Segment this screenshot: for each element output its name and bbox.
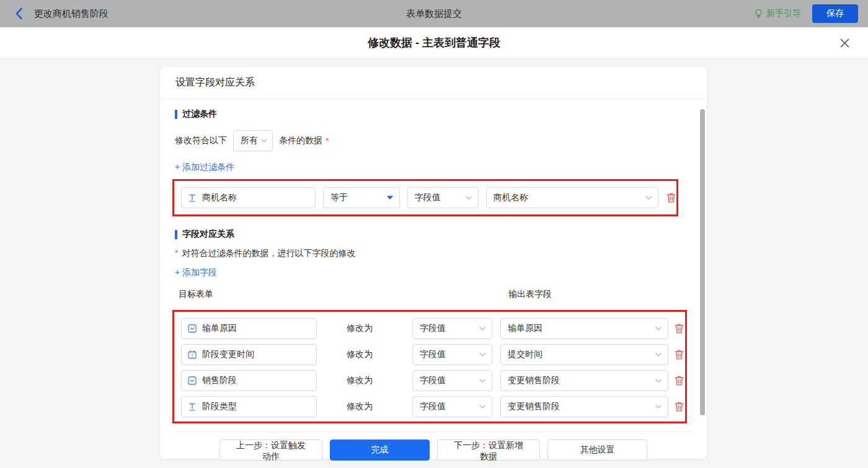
panel-title: 设置字段对应关系 bbox=[160, 67, 707, 99]
field-mapping-annotation-box: 输单原因 修改为 字段值 输单原因 bbox=[172, 310, 687, 423]
chevron-down-icon bbox=[479, 379, 485, 382]
output-field-value: 变更销售阶段 bbox=[508, 401, 560, 412]
modify-label: 修改为 bbox=[347, 401, 373, 412]
filter-value-type-value: 字段值 bbox=[415, 192, 441, 203]
filter-operator-value: 等于 bbox=[330, 192, 348, 203]
target-field-input[interactable]: 阶段类型 bbox=[181, 396, 317, 417]
output-field-value: 输单原因 bbox=[508, 323, 542, 334]
modify-label: 修改为 bbox=[347, 375, 373, 386]
mapping-section-label: 字段对应关系 bbox=[182, 229, 234, 240]
output-field-select[interactable]: 输单原因 bbox=[500, 318, 668, 339]
add-field-link[interactable]: + 添加字段 bbox=[175, 267, 217, 278]
filter-section-title: 过滤条件 bbox=[175, 108, 692, 120]
mapping-section-title: 字段对应关系 bbox=[175, 229, 692, 240]
value-type-select[interactable]: 字段值 bbox=[412, 396, 492, 417]
required-mark: * bbox=[326, 136, 329, 146]
chevron-down-icon bbox=[655, 353, 662, 356]
modify-label: 修改为 bbox=[347, 349, 373, 360]
close-icon bbox=[840, 38, 849, 48]
delete-row-button[interactable] bbox=[674, 401, 684, 412]
flow-title[interactable]: 更改商机销售阶段 bbox=[34, 8, 108, 20]
value-type-select[interactable]: 字段值 bbox=[412, 370, 492, 391]
filter-value-type-select[interactable]: 字段值 bbox=[407, 187, 479, 208]
filter-value-select[interactable]: 商机名称 bbox=[486, 187, 658, 208]
required-mark: * bbox=[175, 248, 178, 258]
chevron-down-icon bbox=[655, 405, 662, 408]
select-field-icon bbox=[188, 324, 197, 333]
output-field-select[interactable]: 变更销售阶段 bbox=[500, 396, 668, 417]
settings-panel: 设置字段对应关系 过滤条件 修改符合以下 所有 条件的数据 * bbox=[160, 67, 707, 459]
chevron-down-icon bbox=[479, 353, 485, 356]
chevron-down-icon bbox=[655, 327, 662, 330]
mapping-description: *对符合过滤条件的数据，进行以下字段的修改 bbox=[175, 248, 692, 259]
done-button[interactable]: 完成 bbox=[330, 439, 430, 461]
scrollbar-thumb[interactable] bbox=[700, 109, 705, 415]
text-field-icon bbox=[188, 193, 197, 203]
output-field-header: 输出表字段 bbox=[508, 289, 552, 300]
page-title: 表单数据提交 bbox=[0, 8, 868, 20]
target-field-input[interactable]: 输单原因 bbox=[181, 318, 317, 339]
filter-value: 商机名称 bbox=[494, 192, 528, 203]
chevron-down-icon bbox=[655, 379, 662, 382]
newbie-guide-label: 新手引导 bbox=[766, 8, 801, 19]
value-type-select[interactable]: 字段值 bbox=[412, 344, 492, 365]
chevron-down-icon bbox=[479, 327, 485, 330]
match-mode-select[interactable]: 所有 bbox=[233, 130, 273, 151]
match-prefix-label: 修改符合以下 bbox=[175, 135, 227, 146]
section-accent-bar bbox=[175, 230, 177, 239]
output-field-select[interactable]: 变更销售阶段 bbox=[500, 370, 668, 391]
modal-title: 修改数据 - 主表到普通字段 bbox=[368, 35, 500, 50]
modal-body: 设置字段对应关系 过滤条件 修改符合以下 所有 条件的数据 * bbox=[0, 59, 868, 468]
output-field-select[interactable]: 提交时间 bbox=[500, 344, 668, 365]
delete-row-button[interactable] bbox=[674, 323, 684, 334]
section-accent-bar bbox=[175, 110, 177, 119]
screen: 更改商机销售阶段 表单数据提交 新手引导 保存 修改数据 - 主表到普通字段 设… bbox=[0, 0, 868, 468]
close-button[interactable] bbox=[838, 37, 851, 49]
modify-label: 修改为 bbox=[347, 323, 373, 334]
prev-step-button[interactable]: 上一步：设置触发动作 bbox=[219, 439, 322, 461]
target-form-header: 目标表单 bbox=[179, 289, 213, 300]
mapping-row: 销售阶段 修改为 字段值 变更销售阶段 bbox=[181, 368, 685, 394]
delete-filter-button[interactable] bbox=[666, 192, 676, 203]
top-bar: 更改商机销售阶段 表单数据提交 新手引导 保存 bbox=[0, 0, 868, 27]
target-field-input[interactable]: 销售阶段 bbox=[181, 370, 317, 391]
date-field-icon: 7 bbox=[188, 350, 197, 359]
value-type-value: 字段值 bbox=[420, 323, 446, 334]
svg-text:7: 7 bbox=[191, 353, 193, 358]
match-mode-value: 所有 bbox=[241, 135, 258, 146]
back-button[interactable] bbox=[15, 7, 23, 20]
value-type-value: 字段值 bbox=[420, 375, 446, 386]
mapping-description-text: 对符合过滤条件的数据，进行以下字段的修改 bbox=[182, 248, 355, 258]
value-type-value: 字段值 bbox=[420, 401, 446, 412]
match-condition-row: 修改符合以下 所有 条件的数据 * bbox=[175, 130, 692, 151]
target-field-value: 阶段类型 bbox=[202, 401, 237, 412]
value-type-select[interactable]: 字段值 bbox=[412, 318, 492, 339]
chevron-down-icon bbox=[466, 196, 472, 200]
add-filter-condition-link[interactable]: + 添加过滤条件 bbox=[175, 162, 234, 173]
delete-row-button[interactable] bbox=[674, 349, 684, 360]
filter-field-input[interactable]: 商机名称 bbox=[181, 187, 316, 208]
target-field-value: 输单原因 bbox=[202, 323, 237, 334]
chevron-down-icon bbox=[479, 405, 485, 408]
target-field-value: 阶段变更时间 bbox=[202, 349, 254, 360]
next-step-button[interactable]: 下一步：设置新增数据 bbox=[437, 439, 540, 461]
chevron-down-icon bbox=[261, 139, 267, 143]
target-field-value: 销售阶段 bbox=[202, 375, 237, 386]
newbie-guide-link[interactable]: 新手引导 bbox=[754, 8, 801, 19]
caret-down-filled-icon bbox=[387, 196, 393, 200]
chevron-down-icon bbox=[645, 196, 652, 200]
modal-header: 修改数据 - 主表到普通字段 bbox=[0, 27, 868, 59]
output-field-value: 提交时间 bbox=[508, 349, 542, 360]
filter-section-label: 过滤条件 bbox=[182, 108, 217, 120]
panel-footer: 上一步：设置触发动作 完成 下一步：设置新增数据 其他设置 bbox=[175, 431, 692, 461]
other-settings-button[interactable]: 其他设置 bbox=[547, 439, 647, 461]
select-field-icon bbox=[188, 376, 197, 385]
text-field-icon bbox=[188, 402, 197, 412]
filter-operator-select[interactable]: 等于 bbox=[323, 187, 400, 208]
filter-condition-annotation-box: 商机名称 等于 字段值 商机名称 bbox=[172, 179, 678, 216]
delete-row-button[interactable] bbox=[674, 375, 684, 386]
target-field-input[interactable]: 7 阶段变更时间 bbox=[181, 344, 317, 365]
save-button[interactable]: 保存 bbox=[812, 4, 858, 23]
mapping-row: 7 阶段变更时间 修改为 字段值 提交时间 bbox=[181, 342, 685, 368]
mapping-row: 输单原因 修改为 字段值 输单原因 bbox=[181, 316, 685, 342]
